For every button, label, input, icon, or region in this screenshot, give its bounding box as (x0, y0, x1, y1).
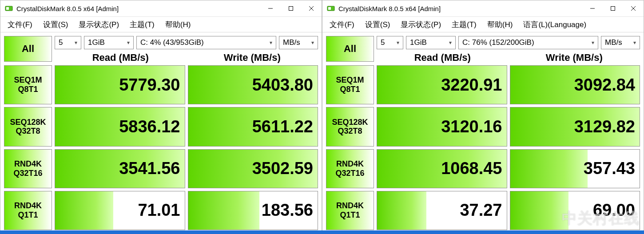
write-value: 3129.82 (574, 117, 635, 136)
titlebar[interactable]: CrystalDiskMark 8.0.5 x64 [Admin] (322, 0, 644, 17)
menu-status[interactable]: 显示状态(P) (395, 18, 446, 32)
write-cell: 357.43 (510, 149, 640, 188)
menubar: 文件(F) 设置(S) 显示状态(P) 主题(T) 帮助(H) (0, 17, 322, 32)
menu-theme[interactable]: 主题(T) (446, 18, 482, 32)
write-value: 5403.80 (252, 75, 313, 95)
size-select[interactable]: 1GiB▾ (406, 36, 456, 49)
drive-value: C: 4% (43/953GiB) (140, 38, 204, 47)
test-label-1: RND4K (336, 201, 364, 210)
run-all-button[interactable]: All (326, 36, 374, 62)
read-value: 3220.91 (441, 75, 502, 95)
test-label-2: Q1T1 (18, 210, 38, 220)
unit-select[interactable]: MB/s▾ (601, 36, 640, 49)
taskbar[interactable] (0, 230, 644, 234)
result-row: RND4K Q32T16 3541.56 3502.59 (4, 149, 318, 188)
menu-settings[interactable]: 设置(S) (360, 18, 396, 32)
read-value: 3541.56 (119, 159, 180, 178)
drive-select[interactable]: C: 4% (43/953GiB)▾ (136, 36, 276, 49)
write-header: Write (MB/s) (509, 52, 640, 63)
read-cell: 5779.30 (55, 65, 185, 104)
read-cell: 3220.91 (377, 65, 507, 104)
svg-rect-9 (611, 7, 615, 11)
menu-settings[interactable]: 设置(S) (38, 18, 74, 32)
test-label-2: Q32T8 (16, 127, 40, 136)
read-cell: 3120.16 (377, 107, 507, 146)
menubar: 文件(F) 设置(S) 显示状态(P) 主题(T) 帮助(H) 语言(L)(La… (322, 17, 644, 32)
result-row: RND4K Q1T1 71.01 183.56 (4, 191, 318, 230)
svg-rect-7 (328, 7, 331, 10)
fill-bar (188, 191, 259, 230)
read-value: 5836.12 (119, 117, 180, 136)
chevron-down-icon: ▾ (311, 40, 314, 46)
test-button-rnd4k-q1t1[interactable]: RND4K Q1T1 (326, 191, 374, 230)
chevron-down-icon: ▾ (75, 40, 77, 46)
test-label-1: SEQ1M (336, 75, 364, 85)
read-value: 3120.16 (441, 117, 502, 136)
fill-bar (510, 150, 588, 188)
write-value: 357.43 (584, 159, 635, 178)
write-cell: 69.00 (510, 191, 640, 230)
size-select[interactable]: 1GiB▾ (84, 36, 134, 49)
desktop: CrystalDiskMark 8.0.5 x64 [Admin] 文件(F) … (0, 0, 644, 234)
chevron-down-icon: ▾ (633, 40, 636, 46)
size-value: 1GiB (410, 38, 427, 47)
window-title: CrystalDiskMark 8.0.5 x64 [Admin] (16, 5, 260, 12)
runs-select[interactable]: 5▾ (55, 36, 81, 49)
write-value: 3092.84 (574, 75, 635, 95)
unit-value: MB/s (283, 38, 300, 47)
read-value: 37.27 (460, 201, 502, 220)
read-cell: 5836.12 (55, 107, 185, 146)
chevron-down-icon: ▾ (397, 40, 399, 46)
write-cell: 5403.80 (188, 65, 318, 104)
test-label-2: Q8T1 (18, 85, 38, 94)
crystaldiskmark-window-1: CrystalDiskMark 8.0.5 x64 [Admin] 文件(F) … (0, 0, 322, 234)
run-all-button[interactable]: All (4, 36, 52, 62)
window-controls (260, 0, 322, 16)
chevron-down-icon: ▾ (449, 40, 452, 46)
test-label-1: SEQ1M (14, 75, 42, 85)
read-value: 1068.45 (441, 159, 502, 178)
result-row: RND4K Q32T16 1068.45 357.43 (326, 149, 640, 188)
titlebar[interactable]: CrystalDiskMark 8.0.5 x64 [Admin] (0, 0, 322, 17)
test-button-seq1m-q8t1[interactable]: SEQ1M Q8T1 (326, 65, 374, 104)
test-button-seq128k-q32t8[interactable]: SEQ128K Q32T8 (4, 107, 52, 146)
svg-rect-3 (289, 7, 293, 11)
close-button[interactable] (301, 0, 322, 16)
write-cell: 3092.84 (510, 65, 640, 104)
test-label-2: Q32T8 (338, 127, 362, 136)
controls-row: All 5▾ 1GiB▾ C: 4% (43/953GiB)▾ MB/s▾ Re… (0, 32, 322, 63)
fill-bar (377, 191, 426, 230)
minimize-button[interactable] (582, 0, 603, 16)
runs-select[interactable]: 5▾ (377, 36, 403, 49)
maximize-button[interactable] (603, 0, 623, 16)
maximize-button[interactable] (281, 0, 301, 16)
read-header: Read (MB/s) (55, 52, 187, 63)
menu-help[interactable]: 帮助(H) (160, 18, 196, 32)
runs-value: 5 (59, 38, 63, 47)
test-button-rnd4k-q32t16[interactable]: RND4K Q32T16 (326, 149, 374, 188)
drive-select[interactable]: C: 76% (152/200GiB)▾ (458, 36, 598, 49)
test-button-seq128k-q32t8[interactable]: SEQ128K Q32T8 (326, 107, 374, 146)
menu-file[interactable]: 文件(F) (324, 18, 360, 32)
test-label-1: RND4K (14, 159, 42, 169)
test-button-seq1m-q8t1[interactable]: SEQ1M Q8T1 (4, 65, 52, 104)
chevron-down-icon: ▾ (592, 40, 594, 46)
fill-bar (55, 191, 113, 230)
controls-row: All 5▾ 1GiB▾ C: 76% (152/200GiB)▾ MB/s▾ … (322, 32, 644, 63)
menu-help[interactable]: 帮助(H) (482, 18, 518, 32)
close-button[interactable] (623, 0, 644, 16)
test-button-rnd4k-q32t16[interactable]: RND4K Q32T16 (4, 149, 52, 188)
menu-file[interactable]: 文件(F) (2, 18, 38, 32)
result-row: RND4K Q1T1 37.27 69.00 (326, 191, 640, 230)
write-cell: 183.56 (188, 191, 318, 230)
test-button-rnd4k-q1t1[interactable]: RND4K Q1T1 (4, 191, 52, 230)
app-icon (5, 4, 13, 12)
menu-status[interactable]: 显示状态(P) (73, 18, 124, 32)
menu-theme[interactable]: 主题(T) (124, 18, 160, 32)
unit-select[interactable]: MB/s▾ (279, 36, 318, 49)
test-label-2: Q32T16 (13, 169, 42, 178)
menu-language[interactable]: 语言(L)(Language) (518, 18, 592, 32)
minimize-button[interactable] (260, 0, 281, 16)
fill-bar (510, 191, 568, 230)
write-value: 3502.59 (252, 159, 313, 178)
